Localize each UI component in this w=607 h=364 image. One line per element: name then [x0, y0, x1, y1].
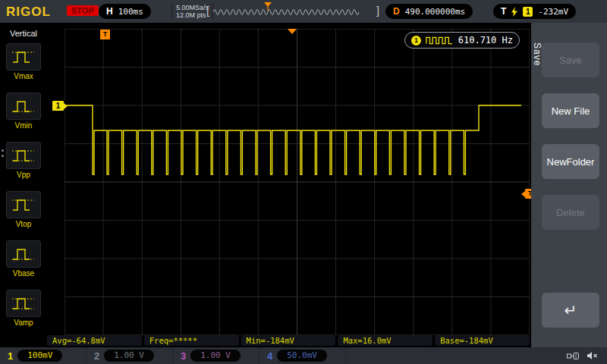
channel-bar-blocks: 1100mV21.00 V31.00 V450.0mV	[0, 347, 346, 364]
sidebar-item-label: Vtop	[16, 220, 32, 228]
channel-1-status: 1100mV	[0, 347, 86, 364]
measurement-readout: Min=-184mV	[241, 335, 336, 346]
sidebar-item-label: Vamp	[14, 318, 33, 327]
t-label: T	[501, 6, 506, 17]
sidebar-item-label: Vmax	[14, 72, 33, 80]
oscilloscope-screen: { "brand": "RIGOL", "top_bar": { "run_st…	[0, 0, 607, 364]
trigger-delay-readout: D 490.000000ms	[385, 4, 473, 19]
sidebar-item-label: Vpp	[17, 171, 30, 179]
return-arrow-icon: ↵	[565, 301, 577, 319]
channel-3-status: 31.00 V	[173, 347, 259, 364]
horizontal-timebase-readout: H 100ms	[99, 4, 151, 19]
measurement-readout: Base=-184mV	[435, 335, 530, 346]
channel-number: 3	[181, 350, 186, 362]
sample-rate: 5.00MSa/s	[176, 4, 209, 11]
left-menu-title: Vertical	[0, 23, 47, 38]
trigger-flash-icon	[511, 7, 517, 17]
sidebar-item-label: Vbase	[13, 269, 34, 278]
menu-page-indicator	[2, 149, 4, 160]
trigger-position-triangle-icon	[288, 29, 297, 34]
vamp-icon	[6, 290, 41, 317]
pulse-wave-icon	[426, 36, 454, 45]
sidebar-item-vmin[interactable]: Vmin	[6, 93, 41, 130]
menu-button-new-file[interactable]: New File	[542, 93, 599, 128]
frequency-counter-channel-badge: 1	[411, 36, 421, 46]
timebase-value: 100ms	[118, 7, 143, 17]
channel-scale: 50.0mV	[277, 350, 327, 362]
channel-2-status: 21.00 V	[86, 347, 173, 364]
grid-svg	[64, 29, 530, 335]
channel-1-marker[interactable]: 1	[52, 101, 64, 111]
vmax-icon	[6, 43, 41, 71]
main-region: Vertical VmaxVminVppVtopVbaseVamp 1 T T …	[0, 23, 607, 347]
channel-scale: 100mV	[17, 350, 62, 362]
trigger-level-value: -232mV	[538, 7, 568, 17]
d-label: D	[393, 6, 400, 17]
sidebar-item-vpp[interactable]: Vpp	[6, 142, 41, 179]
trigger-delay-value: 490.000000ms	[405, 7, 465, 17]
memory-window-right-bracket: ]	[376, 5, 379, 17]
frequency-counter-value: 610.710 Hz	[458, 35, 513, 46]
sidebar-item-vtop[interactable]: Vtop	[6, 191, 41, 228]
memory-window-left-bracket: [	[206, 5, 209, 17]
memory-depth: 12.0M pts	[176, 11, 209, 19]
status-icons	[567, 351, 607, 360]
left-menu: Vertical VmaxVminVppVtopVbaseVamp	[0, 23, 47, 347]
trigger-info-readout: T 1 -232mV	[493, 4, 576, 19]
channel-4-status: 450.0mV	[259, 347, 346, 364]
sidebar-item-vbase[interactable]: Vbase	[6, 240, 41, 278]
channel-scale: 1.00 V	[190, 350, 241, 362]
left-menu-items: VmaxVminVppVtopVbaseVamp	[0, 43, 47, 327]
memory-position-strip[interactable]: [ ]	[206, 5, 379, 17]
right-menu-title: Save	[532, 42, 543, 66]
channel-number: 4	[267, 350, 272, 362]
channel-scale: 1.00 V	[104, 350, 154, 362]
run-status-badge: STOP	[67, 5, 99, 16]
vpp-icon	[6, 142, 41, 169]
sidebar-item-label: Vmin	[15, 121, 33, 130]
h-label: H	[106, 6, 113, 17]
speaker-muted-icon	[587, 351, 598, 360]
vbase-icon	[6, 240, 41, 268]
vtop-icon	[6, 191, 41, 218]
measurement-bar: Avg=-64.8mVFreq=*****Min=-184mVMax=16.0m…	[47, 335, 530, 346]
menu-button-newfolder[interactable]: NewFolder	[542, 144, 599, 179]
trigger-source-badge: 1	[523, 7, 533, 17]
right-menu: Save SaveNew FileNewFolderDelete ↵	[531, 23, 607, 347]
waveform-display: 1 T T 1 610.710 Hz Avg=-64.8mVFreq=*****…	[47, 23, 531, 347]
usb-icon	[567, 352, 579, 360]
channel-number: 2	[94, 350, 99, 362]
sidebar-item-vamp[interactable]: Vamp	[6, 290, 41, 327]
back-button[interactable]: ↵	[542, 293, 599, 328]
menu-button-delete[interactable]: Delete	[542, 195, 599, 230]
memory-wave-svg	[213, 8, 371, 17]
rigol-logo: RIGOL	[6, 5, 51, 20]
trigger-position-flag[interactable]: T	[100, 30, 110, 39]
menu-button-save[interactable]: Save	[542, 42, 599, 77]
memory-trigger-marker-icon	[264, 2, 272, 11]
channel-status-bar: 1100mV21.00 V31.00 V450.0mV	[0, 347, 607, 364]
sidebar-item-vmax[interactable]: Vmax	[6, 43, 41, 80]
vmin-icon	[6, 93, 41, 120]
right-menu-buttons: SaveNew FileNewFolderDelete	[542, 42, 599, 230]
channel-number: 1	[8, 350, 13, 362]
measurement-readout: Max=16.0mV	[338, 335, 432, 346]
measurement-readout: Freq=*****	[144, 335, 239, 346]
top-status-bar: RIGOL STOP H 100ms 5.00MSa/s 12.0M pts […	[0, 0, 607, 23]
frequency-counter: 1 610.710 Hz	[404, 32, 520, 49]
measurement-readout: Avg=-64.8mV	[47, 335, 142, 346]
